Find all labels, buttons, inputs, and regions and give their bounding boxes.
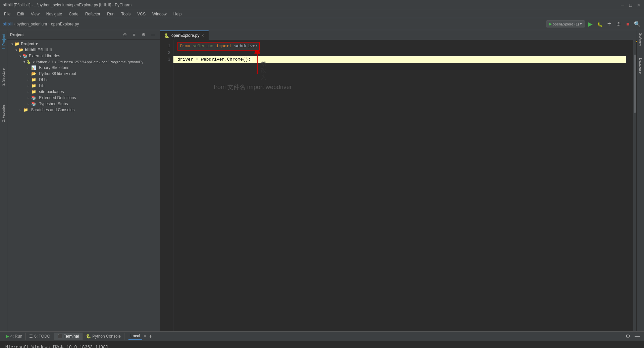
annotation-formula-text: from 文件名 import webdriver [214, 84, 292, 90]
run-config-dropdown[interactable]: ▶ openExplore (1) ▾ [546, 20, 585, 27]
breadcrumb-bilibili[interactable]: bilibili [3, 22, 12, 26]
right-sidebar: SciView Database [637, 30, 644, 331]
menu-tools[interactable]: Tools [118, 11, 133, 17]
tree-scratches[interactable]: › 📁 Scratches and Consoles [7, 107, 160, 113]
scratch-label: Scratches and Consoles [31, 108, 74, 112]
project-panel-title: Project [10, 32, 119, 37]
py37-arrow: ▾ [23, 60, 25, 64]
py37-icon: 🐍 [26, 60, 31, 64]
tab-label: openExplore.py [171, 33, 199, 38]
terminal-local-tab[interactable]: Local [128, 333, 142, 340]
sciview-tab[interactable]: SciView [638, 30, 643, 49]
menu-help[interactable]: Help [171, 11, 184, 17]
tree-python37[interactable]: ▾ 🐍 < Python 3.7 > C:\Users\12572\AppDat… [7, 59, 160, 65]
tree-typeshed[interactable]: › 📚 Typeshed Stubs [7, 101, 160, 107]
breadcrumb: bilibili › python_selenium › openExplore… [3, 22, 545, 26]
menu-window[interactable]: Window [150, 11, 169, 17]
annotation-modify-text: 修改为 [261, 60, 267, 80]
keyword-from: from [179, 43, 190, 50]
minimize-button[interactable]: ─ [620, 2, 625, 8]
run-coverage-button[interactable]: ☂ [605, 20, 613, 28]
tree-extended-defs[interactable]: › 📚 Extended Definitions [7, 95, 160, 101]
bilibili-folder-icon: 📂 [18, 48, 23, 52]
cursor [251, 57, 251, 62]
py38-icon: 📂 [31, 71, 36, 76]
menu-refactor[interactable]: Refactor [83, 11, 103, 17]
close-button[interactable]: ✕ [636, 2, 641, 8]
debug-button[interactable]: 🐛 [596, 20, 604, 28]
terminal-settings-button[interactable]: ⚙ [624, 332, 632, 340]
tree-bilibili[interactable]: ▾ 📂 bilibili F:\bilibili [7, 47, 160, 53]
code-chrome: Chrome [227, 56, 243, 63]
project-arrow: ▾ [11, 42, 13, 46]
structure-tab-button[interactable]: 2: Structure [1, 66, 6, 88]
terminal-icon: ⬛ [57, 334, 62, 339]
code-line-2 [177, 50, 630, 56]
run-panel-tab[interactable]: ▶ 4: Run [3, 333, 26, 340]
window-controls: ─ □ ✕ [620, 2, 641, 8]
bin-icon: 📊 [31, 65, 36, 70]
keyword-selenium: selenium [193, 43, 213, 50]
project-hide-button[interactable]: — [149, 31, 157, 39]
terminal-hide-button[interactable]: — [633, 332, 641, 340]
code-editor[interactable]: 1 2 3 from selenium import webdriver [160, 40, 637, 331]
lib-label: Lib [39, 83, 44, 88]
project-tab-button[interactable]: 1: Project [1, 31, 6, 52]
run-icon: ▶ [6, 334, 9, 339]
editor-tab-openexplore[interactable]: 🐍 openExplore.py ✕ [160, 30, 209, 40]
todo-panel-tab[interactable]: ☰ 6: TODO [26, 333, 54, 340]
py37-label: < Python 3.7 > C:\Users\12572\AppData\Lo… [33, 60, 143, 64]
terminal-inner: Microsoft Windows [版本 10.0.18363.1198] (… [5, 344, 639, 348]
terminal-local-close[interactable]: ✕ [144, 334, 146, 338]
tree-project-root[interactable]: ▾ 📁 Project ▾ [7, 41, 160, 47]
breadcrumb-openexplore[interactable]: openExplore.py [51, 22, 79, 26]
code-line-3: driver = webdriver.Chrome(); [173, 56, 626, 63]
bottom-tabs: ▶ 4: Run ☰ 6: TODO ⬛ Terminal 🐍 Python C… [0, 332, 644, 341]
menu-navigate[interactable]: Navigate [44, 11, 65, 17]
menu-vcs[interactable]: VCS [135, 11, 148, 17]
profile-button[interactable]: ⏱ [614, 20, 623, 28]
run-label: 4: Run [10, 334, 22, 339]
python-console-tab[interactable]: 🐍 Python Console [83, 333, 124, 340]
editor-area: 🐍 openExplore.py ✕ 1 2 3 from selenium [160, 30, 637, 331]
tree-external-libraries[interactable]: ▾ 📚 External Libraries [7, 53, 160, 59]
menu-view[interactable]: View [28, 11, 42, 17]
site-icon: 📁 [31, 89, 36, 94]
code-line-1: from selenium import webdriver [177, 43, 630, 50]
terminal-content[interactable]: Microsoft Windows [版本 10.0.18363.1198] (… [0, 341, 644, 348]
project-tree: ▾ 📁 Project ▾ ▾ 📂 bilibili F:\bilibili ▾… [7, 40, 160, 331]
project-settings-button[interactable]: ⚙ [140, 31, 148, 39]
database-tab[interactable]: Database [638, 55, 643, 76]
terminal-panel-tab[interactable]: ⬛ Terminal [54, 333, 83, 340]
tree-lib[interactable]: › 📁 Lib [7, 83, 160, 89]
project-collapse-button[interactable]: ≡ [130, 31, 138, 39]
bottom-left-tabs: ▶ 4: Run ☰ 6: TODO ⬛ Terminal 🐍 Python C… [3, 333, 124, 340]
dlls-arrow: › [28, 78, 29, 82]
bin-arrow: › [28, 66, 29, 70]
run-button[interactable]: ▶ [586, 20, 594, 28]
menu-file[interactable]: File [1, 11, 13, 17]
py38-arrow: › [28, 72, 29, 76]
search-everywhere-button[interactable]: 🔍 [633, 20, 641, 28]
favorites-tab-button[interactable]: 2: Favorites [1, 102, 6, 125]
editor-scroll-thumb [634, 55, 636, 113]
code-space3 [232, 43, 234, 50]
tree-site-packages[interactable]: › 📁 site-packages [7, 89, 160, 95]
lib-arrow: › [28, 84, 29, 88]
project-locate-button[interactable]: ⊕ [121, 31, 129, 39]
keyword-webdriver1: webdriver [234, 43, 258, 50]
ext-lib-arrow: ▾ [19, 54, 21, 58]
breadcrumb-python-selenium[interactable]: python_selenium [16, 22, 47, 26]
ext-lib-icon: 📚 [22, 54, 28, 58]
maximize-button[interactable]: □ [628, 2, 633, 8]
tree-python38[interactable]: › 📂 Python38 library root [7, 71, 160, 77]
tree-binary-skeletons[interactable]: › 📊 Binary Skeletons [7, 65, 160, 71]
menu-run[interactable]: Run [104, 11, 117, 17]
editor-scrollbar[interactable] [633, 40, 636, 331]
tree-dlls[interactable]: › 📁 DLLs [7, 77, 160, 83]
terminal-add-button[interactable]: + [149, 333, 152, 339]
stop-button[interactable]: ■ [624, 20, 632, 28]
menu-code[interactable]: Code [66, 11, 81, 17]
menu-edit[interactable]: Edit [14, 11, 27, 17]
tab-close-button[interactable]: ✕ [201, 33, 204, 38]
